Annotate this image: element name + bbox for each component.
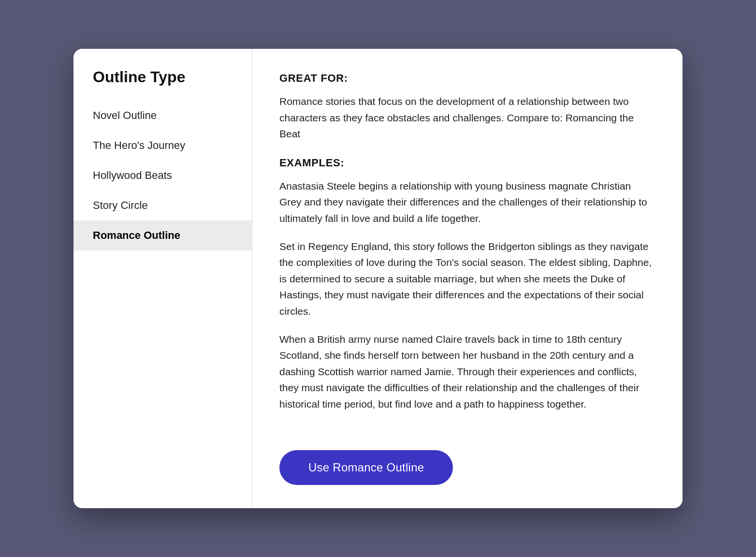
main-content: GREAT FOR: Romance stories that focus on… [252,49,683,508]
example-1: Anastasia Steele begins a relationship w… [279,178,655,227]
sidebar-title: Outline Type [73,68,252,101]
sidebar-item-heros-journey[interactable]: The Hero's Journey [73,131,252,161]
sidebar-item-romance-outline[interactable]: Romance Outline [73,220,252,250]
great-for-text: Romance stories that focus on the develo… [279,93,655,142]
sidebar-item-story-circle[interactable]: Story Circle [73,191,252,220]
sidebar-item-hollywood-beats[interactable]: Hollywood Beats [73,161,252,191]
sidebar: Outline Type Novel Outline The Hero's Jo… [73,49,252,508]
content-section: GREAT FOR: Romance stories that focus on… [279,72,655,436]
great-for-heading: GREAT FOR: [279,72,655,85]
sidebar-item-novel-outline[interactable]: Novel Outline [73,101,252,131]
example-3: When a British army nurse named Claire t… [279,331,655,412]
example-2: Set in Regency England, this story follo… [279,238,655,320]
modal-dialog: Outline Type Novel Outline The Hero's Jo… [73,49,683,508]
examples-heading: EXAMPLES: [279,157,655,169]
use-romance-outline-button[interactable]: Use Romance Outline [279,450,453,485]
